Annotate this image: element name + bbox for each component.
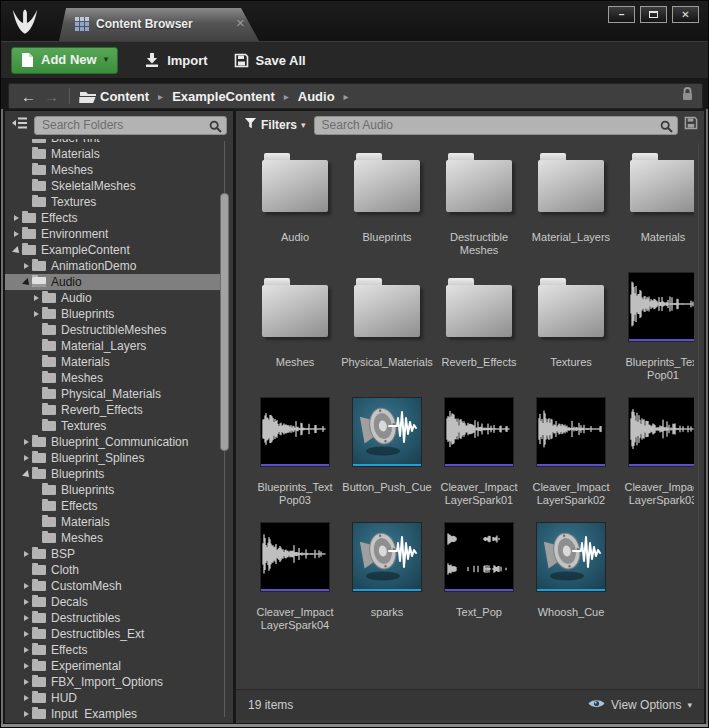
breadcrumb-item-audio[interactable]: Audio xyxy=(298,89,335,104)
expand-arrow-icon[interactable] xyxy=(21,551,32,557)
expand-arrow-icon[interactable] xyxy=(21,695,32,701)
tree-item-destructiblemeshes[interactable]: DestructibleMeshes xyxy=(5,322,221,338)
asset-tile-cleaver_impactlayerspark03[interactable]: Cleaver_​Impact​Layer​Spark03 xyxy=(617,397,694,522)
tree-item-decals[interactable]: Decals xyxy=(5,594,221,610)
tree-item-examplecontent[interactable]: ExampleContent xyxy=(5,242,221,258)
folder-tile-destructiblemeshes[interactable]: Destructible​Meshes xyxy=(433,147,525,272)
tree-item-audio[interactable]: Audio xyxy=(5,274,221,290)
forward-button[interactable]: → xyxy=(40,89,63,104)
tree-item-materials[interactable]: Materials xyxy=(5,354,221,370)
expand-arrow-icon[interactable] xyxy=(31,295,42,301)
expand-arrow-icon[interactable] xyxy=(21,599,32,605)
asset-tile-blueprints_textpop03[interactable]: Blueprints_​Text​Pop03 xyxy=(249,397,341,522)
scrollbar-thumb[interactable] xyxy=(220,193,229,451)
folder-icon xyxy=(32,469,46,479)
tree-item-materials[interactable]: Materials xyxy=(5,146,221,162)
collapse-sources-icon[interactable] xyxy=(11,116,28,134)
filters-button[interactable]: Filters ▾ xyxy=(242,117,308,133)
back-button[interactable]: ← xyxy=(17,89,40,104)
breadcrumb-item-content[interactable]: Content xyxy=(100,89,149,104)
tree-item-blueprints[interactable]: Blueprints xyxy=(5,306,221,322)
lock-icon[interactable] xyxy=(681,86,694,106)
asset-tile-cleaver_impactlayerspark04[interactable]: Cleaver_​Impact​Layer​Spark04 xyxy=(249,522,341,647)
tree-item-textures[interactable]: Textures xyxy=(5,194,221,210)
asset-tile-blueprints_textpop01[interactable]: Blueprints_​Text​Pop01 xyxy=(617,272,694,397)
folder-tile-materials[interactable]: Materials xyxy=(617,147,694,272)
expand-arrow-icon[interactable] xyxy=(21,439,32,445)
folder-tile-material_layers[interactable]: Material_​Layers xyxy=(525,147,617,272)
tree-item-meshes[interactable]: Meshes xyxy=(5,162,221,178)
expand-arrow-icon[interactable] xyxy=(21,615,32,621)
expand-arrow-icon[interactable] xyxy=(21,455,32,461)
tree-item-textures[interactable]: Textures xyxy=(5,418,221,434)
tree-item-experimental[interactable]: Experimental xyxy=(5,658,221,674)
tree-item-environment[interactable]: Environment xyxy=(5,226,221,242)
tree-item-effects[interactable]: Effects xyxy=(5,210,221,226)
close-button[interactable]: ✕ xyxy=(672,6,699,23)
expand-arrow-icon[interactable] xyxy=(21,663,32,669)
expand-arrow-icon[interactable] xyxy=(31,311,42,317)
asset-tile-cleaver_impactlayerspark02[interactable]: Cleaver_​Impact​Layer​Spark02 xyxy=(525,397,617,522)
expand-arrow-icon[interactable] xyxy=(21,631,32,637)
tree-item-animationdemo[interactable]: AnimationDemo xyxy=(5,258,221,274)
tree-item-physical_materials[interactable]: Physical_Materials xyxy=(5,386,221,402)
folder-tile-reverb_effects[interactable]: Reverb_​Effects xyxy=(433,272,525,397)
tree-item-effects[interactable]: Effects xyxy=(5,498,221,514)
asset-tile-cleaver_impactlayerspark01[interactable]: Cleaver_​Impact​Layer​Spark01 xyxy=(433,397,525,522)
tree-item-blueprints[interactable]: Blueprints xyxy=(5,466,221,482)
tree-item-bsp[interactable]: BSP xyxy=(5,546,221,562)
asset-tile-button_push_cue[interactable]: Button_​Push_​Cue xyxy=(341,397,433,522)
asset-tile-whoosh_cue[interactable]: Whoosh_​Cue xyxy=(525,522,617,647)
expand-arrow-icon[interactable] xyxy=(21,647,32,653)
minimize-button[interactable]: – xyxy=(608,6,635,23)
tree-item-effects[interactable]: Effects xyxy=(5,642,221,658)
tree-item-reverb_effects[interactable]: Reverb_Effects xyxy=(5,402,221,418)
collapse-arrow-icon[interactable] xyxy=(21,278,32,286)
asset-scrollbar-track[interactable] xyxy=(698,143,699,689)
save-all-button[interactable]: Save All xyxy=(234,53,306,68)
import-button[interactable]: Import xyxy=(144,52,207,68)
tree-item-destructibles[interactable]: Destructibles xyxy=(5,610,221,626)
expand-arrow-icon[interactable] xyxy=(21,583,32,589)
folder-tile-audio[interactable]: Audio xyxy=(249,147,341,272)
search-assets-input[interactable] xyxy=(314,116,678,135)
tab-content-browser[interactable]: Content Browser ✕ xyxy=(59,8,259,41)
tree-item-fbx_import_options[interactable]: FBX_Import_Options xyxy=(5,674,221,690)
asset-tile-text_pop[interactable]: Text_​Pop xyxy=(433,522,525,647)
expand-arrow-icon[interactable] xyxy=(21,711,32,717)
collapse-arrow-icon[interactable] xyxy=(11,246,22,254)
folder-tile-blueprints[interactable]: Blueprints xyxy=(341,147,433,272)
tree-item-blueprint[interactable]: BluePrint xyxy=(5,139,221,146)
expand-arrow-icon[interactable] xyxy=(11,215,22,221)
search-folders-input[interactable] xyxy=(34,116,227,135)
view-options-button[interactable]: View Options ▾ xyxy=(588,698,692,712)
tab-close-icon[interactable]: ✕ xyxy=(236,17,245,30)
tree-item-meshes[interactable]: Meshes xyxy=(5,370,221,386)
folder-tile-meshes[interactable]: Meshes xyxy=(249,272,341,397)
asset-tile-sparks[interactable]: sparks xyxy=(341,522,433,647)
expand-arrow-icon[interactable] xyxy=(21,263,32,269)
tree-item-custommesh[interactable]: CustomMesh xyxy=(5,578,221,594)
folder-tile-physical_materials[interactable]: Physical_​Materials xyxy=(341,272,433,397)
expand-arrow-icon[interactable] xyxy=(11,231,22,237)
tree-item-hud[interactable]: HUD xyxy=(5,690,221,706)
tree-scrollbar[interactable] xyxy=(220,141,230,717)
maximize-button[interactable] xyxy=(640,6,667,23)
tree-item-materials[interactable]: Materials xyxy=(5,514,221,530)
expand-arrow-icon[interactable] xyxy=(21,679,32,685)
tree-item-material_layers[interactable]: Material_Layers xyxy=(5,338,221,354)
folder-tile-textures[interactable]: Textures xyxy=(525,272,617,397)
tree-item-input_examples[interactable]: Input_Examples xyxy=(5,706,221,720)
tree-item-blueprints[interactable]: Blueprints xyxy=(5,482,221,498)
tree-item-meshes[interactable]: Meshes xyxy=(5,530,221,546)
tree-item-skeletalmeshes[interactable]: SkeletalMeshes xyxy=(5,178,221,194)
tree-item-blueprint_communication[interactable]: Blueprint_Communication xyxy=(5,434,221,450)
add-new-button[interactable]: Add New ▾ xyxy=(11,47,118,74)
tree-item-cloth[interactable]: Cloth xyxy=(5,562,221,578)
tree-item-destructibles_ext[interactable]: Destructibles_Ext xyxy=(5,626,221,642)
tree-item-audio[interactable]: Audio xyxy=(5,290,221,306)
tree-item-blueprint_splines[interactable]: Blueprint_Splines xyxy=(5,450,221,466)
save-search-icon[interactable] xyxy=(684,116,698,134)
collapse-arrow-icon[interactable] xyxy=(21,470,32,478)
breadcrumb-item-examplecontent[interactable]: ExampleContent xyxy=(172,89,275,104)
